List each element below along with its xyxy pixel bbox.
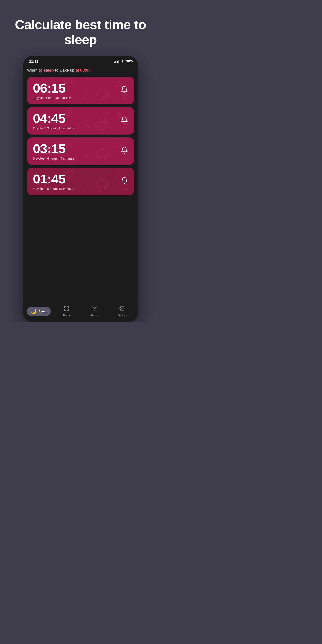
sleep-card-2[interactable]: 04:45 2 cycles · 3 hours 15 minutes	[27, 107, 134, 134]
battery-icon	[126, 60, 132, 63]
nav-item-alarms[interactable]: Alarms	[80, 306, 108, 317]
card-1-info: 06:15 1 cycle · 1 hour 45 minutes	[33, 82, 71, 100]
bell-icon-1	[120, 86, 128, 95]
svg-point-7	[94, 92, 110, 96]
theme-icon	[64, 306, 69, 313]
card-1-time: 06:15	[33, 82, 71, 95]
status-icons	[114, 60, 132, 63]
subtitle-middle: to wake up	[55, 68, 76, 72]
svg-point-15	[96, 119, 107, 130]
sleep-card-3[interactable]: 03:15 3 cycles · 4 hours 45 minutes	[27, 138, 134, 165]
subtitle-highlight2: at 08:00	[76, 68, 91, 72]
svg-rect-35	[67, 306, 69, 308]
svg-point-17	[94, 122, 110, 126]
svg-point-25	[94, 152, 110, 156]
nav-item-theme[interactable]: Theme	[53, 306, 80, 317]
nav-item-settings[interactable]: Settings	[108, 306, 136, 317]
bottom-nav: 🌙 Sleep Theme	[23, 302, 138, 322]
card-3-info: 03:15 3 cycles · 4 hours 45 minutes	[33, 142, 74, 160]
bell-icon-3	[120, 146, 128, 156]
sleep-nav-label: Sleep	[38, 310, 46, 313]
svg-point-39	[122, 308, 123, 309]
alarm-icon	[92, 306, 97, 313]
alarms-nav-label: Alarms	[90, 314, 98, 317]
svg-point-16	[99, 121, 105, 127]
settings-nav-label: Settings	[118, 314, 127, 317]
moon-icon: 🌙	[31, 309, 37, 314]
card-2-time: 04:45	[33, 112, 74, 125]
signal-icon	[114, 60, 119, 63]
svg-point-24	[96, 149, 107, 160]
svg-rect-37	[67, 309, 69, 310]
bell-icon-4	[120, 177, 128, 186]
card-2-desc: 2 cycles · 3 hours 15 minutes	[33, 126, 74, 130]
sleep-card-1[interactable]: 06:15 1 cycle · 1 hour 45 minutes	[27, 77, 134, 104]
svg-point-5	[96, 88, 107, 99]
sleep-cards-list: 06:15 1 cycle · 1 hour 45 minutes	[27, 77, 134, 195]
card-3-desc: 3 cycles · 4 hours 45 minutes	[33, 156, 74, 160]
card-4-info: 01:45 4 cycles · 6 hours 15 minutes	[33, 172, 74, 190]
svg-point-32	[94, 183, 110, 187]
theme-nav-label: Theme	[63, 314, 70, 317]
sleep-nav-pill: 🌙 Sleep	[27, 307, 51, 316]
bell-icon-2	[120, 116, 128, 126]
phone-content: When to sleep to wake up at 08:00	[23, 66, 138, 302]
card-3-time: 03:15	[33, 142, 74, 155]
settings-icon	[120, 306, 125, 313]
card-2-info: 04:45 2 cycles · 3 hours 15 minutes	[33, 112, 74, 130]
svg-rect-34	[64, 306, 66, 308]
svg-point-31	[96, 180, 107, 190]
sleep-card-4[interactable]: 01:45 4 cycles · 6 hours 15 minutes	[27, 168, 134, 195]
status-time: 11:11	[29, 60, 38, 64]
subtitle-highlight1: to sleep	[38, 68, 54, 72]
svg-point-6	[99, 91, 105, 97]
page-headline: Calculate best time to sleep	[0, 0, 161, 56]
nav-item-sleep[interactable]: 🌙 Sleep	[25, 307, 53, 316]
wifi-icon	[120, 60, 124, 63]
subtitle-prefix: When	[27, 68, 39, 72]
phone-frame: 11:11 When to sl	[23, 56, 138, 322]
card-1-desc: 1 cycle · 1 hour 45 minutes	[33, 96, 71, 100]
svg-rect-36	[64, 309, 66, 310]
page-subtitle: When to sleep to wake up at 08:00	[27, 68, 134, 73]
card-4-desc: 4 cycles · 6 hours 15 minutes	[33, 187, 74, 190]
card-4-time: 01:45	[33, 172, 74, 186]
status-bar: 11:11	[23, 56, 138, 66]
